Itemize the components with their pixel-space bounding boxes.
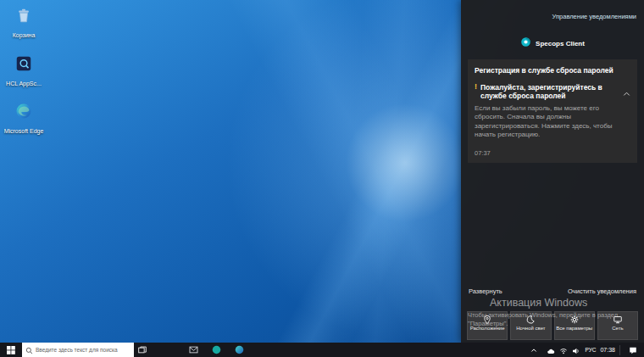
desktop-icon-microsoft-edge[interactable]: Microsoft Edge xyxy=(2,102,46,137)
windows-logo-icon xyxy=(7,346,15,354)
desktop-icon-hcl-appscan[interactable]: HCL AppSc... xyxy=(2,54,46,89)
desktop-icon-label: Microsoft Edge xyxy=(4,128,44,134)
notification-group-title: Регистрация в службе сброса паролей xyxy=(475,66,630,75)
desktop-icon-label: HCL AppSc... xyxy=(6,81,42,86)
settings-gear-icon xyxy=(569,315,580,325)
quick-action-label: Ночной свет xyxy=(516,326,545,332)
notification-time: 07:37 xyxy=(475,149,630,157)
clear-notifications-link[interactable]: Очистить уведомления xyxy=(568,287,636,295)
onedrive-cloud-icon[interactable] xyxy=(547,343,555,357)
notification-app-name: Specops Client xyxy=(536,40,585,47)
network-icon xyxy=(613,315,623,325)
collapse-chevron-icon[interactable] xyxy=(623,85,630,100)
quick-actions-row: Расположение Ночной свет xyxy=(467,311,638,340)
quick-action-network[interactable]: Сеть xyxy=(597,311,638,340)
mail-app-icon[interactable] xyxy=(185,343,202,357)
task-view-button[interactable] xyxy=(134,343,151,357)
language-indicator[interactable]: РУС xyxy=(585,347,596,353)
edge-app-icon[interactable] xyxy=(230,343,247,357)
notification-card[interactable]: Регистрация в службе сброса паролей ! По… xyxy=(468,59,637,163)
quick-action-all-settings[interactable]: Все параметры xyxy=(554,311,595,340)
store-app-icon[interactable] xyxy=(208,343,225,357)
taskbar-search-box[interactable] xyxy=(22,343,134,357)
quick-action-label: Расположение xyxy=(470,326,505,332)
desktop-icon-label: Корзина xyxy=(13,32,36,38)
network-wifi-icon[interactable] xyxy=(559,343,568,357)
tray-divider xyxy=(619,345,620,355)
action-center-panel: Управление уведомлениями Specops Client … xyxy=(461,0,644,343)
desktop: Корзина HCL AppSc... Microsoft E xyxy=(0,0,644,357)
hcl-appscan-icon xyxy=(14,54,33,73)
expand-notifications-link[interactable]: Развернуть xyxy=(469,287,502,295)
notification-body: Если вы забыли пароль, вы можете его сбр… xyxy=(475,104,630,140)
quick-action-label: Все параметры xyxy=(556,326,592,332)
location-icon xyxy=(482,315,492,325)
quick-action-night-light[interactable]: Ночной свет xyxy=(510,311,551,340)
notification-app-header[interactable]: Specops Client xyxy=(461,36,644,51)
show-hidden-icons-chevron[interactable] xyxy=(525,343,542,357)
desktop-icon-recycle-bin[interactable]: Корзина xyxy=(2,6,46,41)
quick-action-label: Сеть xyxy=(612,326,623,332)
taskbar-pinned-apps xyxy=(185,343,247,357)
search-icon xyxy=(25,343,33,357)
quick-action-location[interactable]: Расположение xyxy=(467,311,508,340)
start-button[interactable] xyxy=(0,343,22,357)
taskbar: РУС 07:38 xyxy=(0,343,644,357)
volume-icon[interactable] xyxy=(572,343,580,357)
system-tray: РУС 07:38 xyxy=(525,343,644,357)
microsoft-edge-icon xyxy=(14,102,33,120)
notification-title: Пожалуйста, зарегистрируйтесь в службе с… xyxy=(480,83,619,101)
search-input[interactable] xyxy=(36,347,130,353)
action-center-button[interactable] xyxy=(625,343,641,357)
night-light-icon xyxy=(525,315,536,325)
manage-notifications-link[interactable]: Управление уведомлениями xyxy=(552,13,636,20)
recycle-bin-icon xyxy=(14,6,33,25)
specops-icon xyxy=(520,36,531,51)
warning-icon: ! xyxy=(475,83,477,92)
clock[interactable]: 07:38 xyxy=(600,347,615,353)
